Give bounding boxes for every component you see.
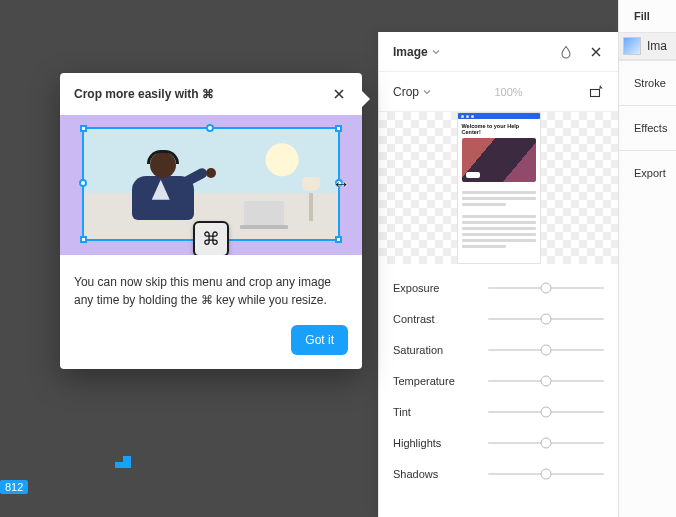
preview-card-title: Welcome to your Help Center! [462, 123, 536, 135]
slider-thumb[interactable] [541, 438, 552, 449]
canvas-shape[interactable] [115, 456, 131, 468]
slider-thumb[interactable] [541, 283, 552, 294]
close-icon[interactable] [588, 44, 604, 60]
slider-tint[interactable]: Tint [393, 404, 604, 420]
slider-highlights[interactable]: Highlights [393, 435, 604, 451]
export-section[interactable]: Export [619, 150, 676, 195]
fill-type-label: Ima [647, 39, 667, 53]
image-edit-panel: Image Crop 100% Welcome to your Help Cen… [378, 32, 618, 517]
zoom-percent[interactable]: 100% [494, 86, 522, 98]
teaching-body: You can now skip this menu and crop any … [60, 255, 362, 317]
slider-label: Exposure [393, 282, 473, 294]
slider-saturation[interactable]: Saturation [393, 342, 604, 358]
fill-section-label: Fill [619, 0, 676, 32]
slider-exposure[interactable]: Exposure [393, 280, 604, 296]
slider-thumb[interactable] [541, 407, 552, 418]
slider-thumb[interactable] [541, 376, 552, 387]
teaching-illustration: ↔ ⌘ [60, 115, 362, 255]
fill-thumbnail[interactable] [623, 37, 641, 55]
stroke-section[interactable]: Stroke [619, 60, 676, 105]
slider-label: Temperature [393, 375, 473, 387]
image-preview[interactable]: Welcome to your Help Center! [379, 112, 618, 264]
rotate-icon[interactable] [586, 83, 604, 101]
slider-thumb[interactable] [541, 345, 552, 356]
command-key-icon: ⌘ [193, 221, 229, 255]
teaching-title: Crop more easily with ⌘ [74, 87, 214, 101]
slider-contrast[interactable]: Contrast [393, 311, 604, 327]
properties-sidebar: Fill Ima Stroke Effects Export [618, 0, 676, 517]
crop-label: Crop [393, 85, 419, 99]
fill-row[interactable]: Ima [619, 32, 676, 60]
slider-shadows[interactable]: Shadows [393, 466, 604, 482]
slider-track[interactable] [488, 349, 604, 351]
resize-arrow-icon: ↔ [332, 174, 350, 195]
slider-label: Tint [393, 406, 473, 418]
slider-track[interactable] [488, 318, 604, 320]
teaching-popover: Crop more easily with ⌘ ↔ ⌘ [60, 73, 362, 369]
slider-track[interactable] [488, 411, 604, 413]
got-it-button[interactable]: Got it [291, 325, 348, 355]
blend-mode-icon[interactable] [558, 44, 574, 60]
slider-label: Highlights [393, 437, 473, 449]
preview-card-image [462, 138, 536, 182]
slider-track[interactable] [488, 287, 604, 289]
slider-temperature[interactable]: Temperature [393, 373, 604, 389]
effects-section[interactable]: Effects [619, 105, 676, 150]
svg-rect-0 [591, 89, 600, 96]
preview-card: Welcome to your Help Center! [457, 112, 541, 264]
crop-mode-dropdown[interactable]: Crop [393, 85, 431, 99]
slider-label: Contrast [393, 313, 473, 325]
adjustments-sliders: ExposureContrastSaturationTemperatureTin… [379, 264, 618, 482]
slider-track[interactable] [488, 380, 604, 382]
slider-thumb[interactable] [541, 314, 552, 325]
slider-label: Saturation [393, 344, 473, 356]
chevron-down-icon [432, 48, 440, 56]
slider-track[interactable] [488, 442, 604, 444]
slider-label: Shadows [393, 468, 473, 480]
image-panel-title[interactable]: Image [393, 45, 440, 59]
slider-track[interactable] [488, 473, 604, 475]
canvas-size-badge: 812 [0, 480, 28, 494]
slider-thumb[interactable] [541, 469, 552, 480]
close-icon[interactable] [330, 85, 348, 103]
image-panel-title-text: Image [393, 45, 428, 59]
chevron-down-icon [423, 88, 431, 96]
